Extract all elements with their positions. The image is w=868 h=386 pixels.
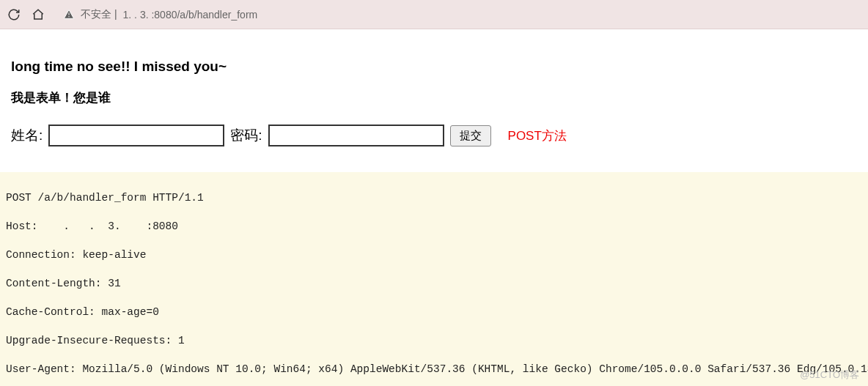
url-text: 1. . 3. :8080/a/b/handler_form [123,9,258,21]
page-heading-2: 我是表单！您是谁 [11,89,857,106]
http-line: Upgrade-Insecure-Requests: 1 [6,334,862,349]
address-bar[interactable]: 不安全 | 1. . 3. :8080/a/b/handler_form [56,6,492,23]
post-annotation: POST方法 [508,127,567,144]
home-icon[interactable] [32,8,45,21]
http-request-block: POST /a/b/handler_form HTTP/1.1 Host: . … [0,172,868,386]
submit-button[interactable]: 提交 [450,125,491,146]
name-input[interactable] [48,125,224,146]
browser-toolbar: 不安全 | 1. . 3. :8080/a/b/handler_form [0,0,868,29]
http-line: POST /a/b/handler_form HTTP/1.1 [6,191,862,206]
password-input[interactable] [268,125,444,146]
form-row: 姓名: 密码: 提交 POST方法 [11,125,857,146]
password-label: 密码: [230,126,262,145]
http-line: Connection: keep-alive [6,248,862,263]
http-line: Content-Length: 31 [6,277,862,292]
http-line: User-Agent: Mozilla/5.0 (Windows NT 10.0… [6,363,862,377]
insecure-label: 不安全 | [81,8,117,21]
http-line: Cache-Control: max-age=0 [6,305,862,320]
name-label: 姓名: [11,126,43,145]
warning-icon [63,9,75,21]
page-content: long time no see!! I missed you~ 我是表单！您是… [0,29,868,172]
refresh-icon[interactable] [7,8,21,21]
http-line: Host: . . 3. :8080 [6,220,862,234]
page-heading-1: long time no see!! I missed you~ [11,59,857,75]
watermark: @51CTO博客 [800,368,859,382]
